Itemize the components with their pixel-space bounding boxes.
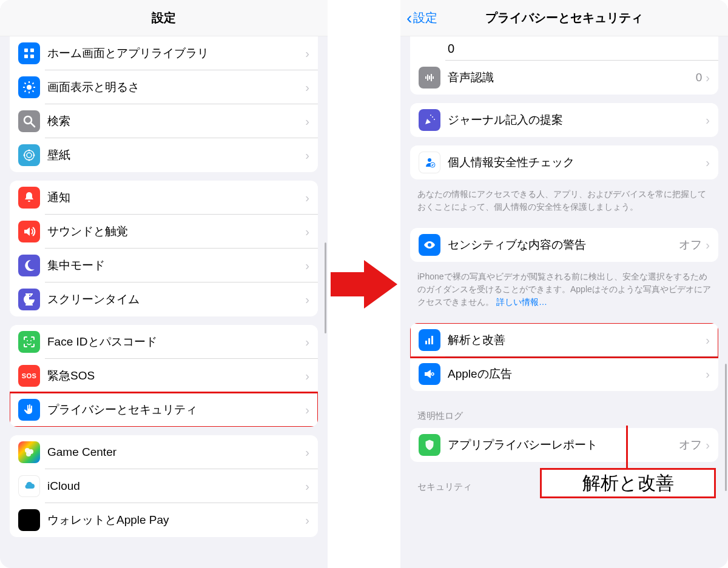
chevron-right-icon: › (706, 156, 710, 170)
speech-icon (419, 67, 440, 89)
row-label: アプリプライバシーレポート (448, 437, 679, 453)
svg-rect-1 (30, 48, 34, 52)
search-icon (18, 110, 40, 132)
chevron-right-icon: › (305, 47, 309, 61)
row-label: 壁紙 (47, 147, 305, 163)
settings-row[interactable]: 通知› (10, 181, 318, 215)
chevron-right-icon: › (305, 259, 309, 273)
settings-row[interactable]: 壁紙› (10, 138, 318, 172)
row-label: 緊急SOS (47, 368, 305, 384)
back-button[interactable]: ‹ 設定 (406, 10, 437, 27)
faceid-icon (18, 331, 40, 353)
row-label: ホーム画面とアプリライブラリ (47, 45, 305, 61)
scrollbar[interactable] (725, 364, 727, 491)
row-partial[interactable]: 0 (410, 36, 718, 61)
row-analytics[interactable]: 解析と改善› (410, 323, 718, 357)
row-label: iCloud (47, 479, 305, 493)
row-label: Game Center (47, 446, 305, 459)
settings-row[interactable]: 集中モード› (10, 249, 318, 282)
svg-point-41 (431, 373, 434, 375)
row-label: ジャーナル記入の提案 (448, 112, 706, 128)
settings-row[interactable]: ウォレットとApple Pay› (10, 503, 318, 537)
svg-point-21 (27, 340, 28, 341)
svg-marker-26 (331, 260, 397, 309)
settings-group: ホーム画面とアプリライブラリ›画面表示と明るさ›検索›壁紙› (10, 36, 318, 172)
navbar-privacy: ‹ 設定 プライバシーとセキュリティ (400, 0, 728, 36)
hand-icon (18, 399, 40, 421)
sos-icon: SOS (18, 365, 40, 387)
row-label: 個人情報安全性チェック (448, 155, 706, 170)
settings-row[interactable]: プライバシーとセキュリティ› (10, 393, 318, 427)
settings-group: アプリプライバシーレポートオフ› (410, 428, 718, 462)
settings-row[interactable]: サウンドと触覚› (10, 215, 318, 249)
settings-row[interactable]: センシティブな内容の警告オフ› (410, 228, 718, 262)
row-value: オフ (679, 437, 702, 453)
chevron-right-icon: › (305, 115, 309, 129)
settings-row[interactable]: ホーム画面とアプリライブラリ› (10, 36, 318, 70)
nav-title: プライバシーとセキュリティ (485, 10, 643, 26)
row-apple-ads[interactable]: Appleの広告› (410, 357, 718, 391)
row-label: 集中モード (47, 258, 305, 273)
svg-point-32 (432, 116, 433, 118)
more-info-link[interactable]: 詳しい情報… (496, 297, 547, 307)
svg-point-19 (24, 155, 25, 156)
brightness-icon (18, 76, 40, 98)
svg-rect-28 (427, 75, 428, 81)
eye-icon (419, 234, 440, 256)
svg-rect-27 (425, 76, 426, 79)
annotation-callout: 解析と改善 (540, 468, 716, 498)
settings-row[interactable]: SOS緊急SOS› (10, 359, 318, 393)
chevron-right-icon: › (706, 438, 710, 452)
row-label: 画面表示と明るさ (47, 79, 305, 95)
arrow-right-icon (331, 257, 397, 312)
row-value: 0 (448, 42, 710, 56)
settings-row[interactable]: iCloud› (10, 469, 318, 503)
settings-row[interactable]: 個人情報安全性チェック› (410, 145, 718, 179)
settings-group: ジャーナル記入の提案› (410, 103, 718, 137)
row-value: オフ (679, 237, 702, 253)
chevron-right-icon: › (305, 479, 309, 493)
row-label: 解析と改善 (448, 332, 706, 348)
analytics-icon (419, 329, 440, 351)
instruction-arrow-gap (328, 0, 400, 568)
settings-row[interactable]: スクリーンタイム› (10, 282, 318, 316)
chevron-right-icon: › (706, 71, 710, 85)
chevron-right-icon: › (706, 333, 710, 347)
row-value: 0 (696, 71, 703, 84)
chevron-right-icon: › (706, 367, 710, 381)
settings-row[interactable]: ジャーナル記入の提案› (410, 103, 718, 137)
settings-row[interactable]: アプリプライバシーレポートオフ› (410, 428, 718, 462)
chevron-right-icon: › (305, 369, 309, 383)
svg-rect-31 (433, 76, 434, 79)
settings-group: Game Center›iCloud›ウォレットとApple Pay› (10, 435, 318, 537)
svg-line-12 (33, 83, 34, 84)
svg-line-10 (33, 91, 34, 92)
svg-rect-38 (425, 341, 427, 344)
chevron-right-icon: › (706, 113, 710, 127)
row-label: Face IDとパスコード (47, 334, 305, 350)
focus-icon (18, 255, 40, 276)
row-speech-recognition[interactable]: 音声認識0› (410, 61, 718, 95)
settings-row[interactable]: 検索› (10, 104, 318, 138)
svg-point-15 (24, 150, 34, 160)
section-footer: あなたの情報にアクセスできる人、アプリ、およびデバイスを常に把握しておくことによ… (400, 188, 728, 219)
settings-group: Face IDとパスコード›SOS緊急SOS›プライバシーとセキュリティ› (10, 325, 318, 427)
settings-row[interactable]: 画面表示と明るさ› (10, 70, 318, 104)
chevron-right-icon: › (305, 149, 309, 162)
svg-point-35 (428, 158, 431, 162)
svg-point-4 (27, 85, 32, 90)
settings-row[interactable]: Face IDとパスコード› (10, 325, 318, 359)
screentime-icon (18, 289, 40, 310)
notifications-icon (18, 187, 40, 209)
settings-group: センシティブな内容の警告オフ› (410, 228, 718, 262)
safety-check-icon (419, 152, 440, 173)
settings-row[interactable]: Game Center› (10, 435, 318, 469)
svg-rect-40 (431, 336, 433, 344)
scrollbar[interactable] (325, 242, 326, 333)
shield-report-icon (419, 434, 440, 456)
settings-group: 0音声認識0› (410, 36, 718, 95)
row-label: 通知 (47, 190, 305, 205)
chevron-left-icon: ‹ (406, 10, 412, 27)
svg-point-18 (29, 159, 30, 161)
wallet-icon (18, 509, 40, 531)
